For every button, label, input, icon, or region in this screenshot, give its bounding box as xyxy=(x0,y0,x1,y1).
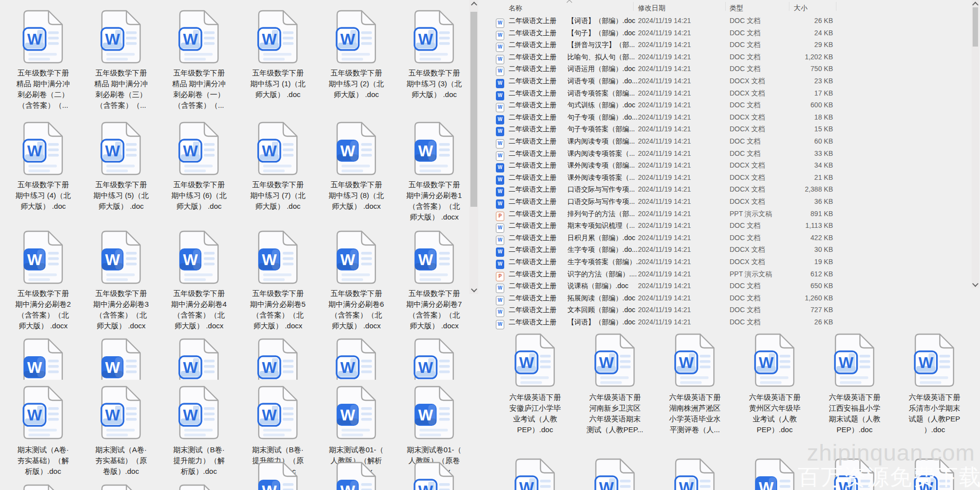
file-row[interactable]: W二年级语文上册期末专项知识梳理（...2024/11/19 14:21DOC … xyxy=(492,220,865,232)
file-row[interactable]: W二年级语文上册比喻句、拟人句（部...2024/11/19 14:21DOC … xyxy=(492,51,865,63)
word-doc-icon: W xyxy=(257,10,298,64)
column-header-type[interactable]: 类型 xyxy=(730,4,743,13)
word-docx-icon-partial[interactable]: W xyxy=(257,462,298,490)
column-header-name[interactable]: 名称 xyxy=(509,4,522,13)
file-name-prefix: 二年级语文上册 xyxy=(509,256,566,268)
file-name-label: 期末测试（A卷·夯实基础）（解析版）.doc xyxy=(4,444,82,477)
file-row[interactable]: W二年级语文上册生字专项（部编）.do...2024/11/19 14:21DO… xyxy=(492,244,865,256)
file-size: 750 KB xyxy=(764,63,833,75)
file-type: DOCX 文档 xyxy=(730,256,765,268)
word-doc-icon: W xyxy=(514,333,556,387)
word-doc-icon-partial[interactable]: W xyxy=(336,338,377,380)
file-row[interactable]: W二年级语文上册口语交际与写作专项...2024/11/19 14:21DOCX… xyxy=(492,183,865,196)
word-docx-icon-partial[interactable]: W xyxy=(336,462,377,490)
word-docx-icon: W xyxy=(336,386,377,440)
word-docx-icon-partial[interactable]: W xyxy=(100,338,142,380)
header-separator[interactable] xyxy=(725,2,726,11)
word-docx-icon: W xyxy=(414,230,455,284)
word-doc-icon-partial[interactable]: W xyxy=(257,338,298,380)
list-pane-scrollbar[interactable] xyxy=(972,0,979,288)
word-doc-icon-partial[interactable]: W xyxy=(23,484,64,490)
file-row[interactable]: W二年级语文上册说课稿（部编）.doc2024/11/19 14:21DOC 文… xyxy=(492,280,865,292)
file-row[interactable]: W二年级语文上册词语运用（部编）.doc2024/11/19 14:21DOC … xyxy=(492,63,865,75)
header-separator[interactable] xyxy=(836,2,836,11)
file-name-prefix: 二年级语文上册 xyxy=(509,27,566,39)
svg-text:W: W xyxy=(183,406,198,424)
file-row[interactable]: W二年级语文上册课内阅读专项答案（...2024/11/19 14:21DOC … xyxy=(492,147,865,160)
file-name-label: 五年级数学下册期中满分必刷卷3（含答案）（北师大版） .docx xyxy=(82,288,160,331)
file-name-label: 六年级英语下册安徽庐江小学毕业考试（人教PEP）.doc xyxy=(496,392,574,435)
file-date-modified: 2024/11/19 14:21 xyxy=(638,159,691,172)
scroll-up-arrow-icon[interactable] xyxy=(469,0,478,8)
watermark-slogan: 百万资源免费下载 xyxy=(798,463,980,490)
file-row[interactable]: W二年级语文上册词语专项（部编）.do...2024/11/19 14:21DO… xyxy=(492,75,865,87)
file-name-title: 生字专项（部编）.do... xyxy=(567,244,647,256)
file-name-title: 口语交际与写作专项... xyxy=(567,196,647,208)
file-row[interactable]: W二年级语文上册生字专项答案（部编）...2024/11/19 14:21DOC… xyxy=(492,256,865,268)
file-manager-composite: W五年级数学下册精品 期中满分冲刺必刷卷（二）（含答案）（...W五年级数学下册… xyxy=(0,0,980,490)
word-doc-icon: W xyxy=(674,333,715,387)
word-doc-icon-partial[interactable]: W xyxy=(414,338,455,380)
header-separator[interactable] xyxy=(789,2,789,11)
word-doc-icon-partial[interactable]: W xyxy=(414,462,455,490)
file-row[interactable]: P二年级语文上册排列句子的方法（部...2024/11/19 14:21PPT … xyxy=(492,208,865,220)
file-row[interactable]: W二年级语文上册拓展阅读（部编）.doc2024/11/19 14:21DOC … xyxy=(492,292,865,304)
word-doc-icon-partial[interactable]: W xyxy=(594,458,636,490)
file-row[interactable]: W二年级语文上册课外阅读专项（部编...2024/11/19 14:21DOCX… xyxy=(492,159,865,172)
word-doc-icon-partial[interactable]: W xyxy=(674,458,715,490)
file-date-modified: 2024/11/19 14:21 xyxy=(638,256,691,268)
scroll-down-arrow-icon[interactable] xyxy=(972,280,979,288)
file-row[interactable]: W二年级语文上册句式训练（部编）.doc2024/11/19 14:21DOC … xyxy=(492,99,865,111)
file-name-title: 说课稿（部编）.doc xyxy=(567,280,647,292)
word-doc-icon-partial[interactable]: W xyxy=(178,484,220,490)
file-type: DOCX 文档 xyxy=(730,159,765,172)
file-row[interactable]: W二年级语文上册口语交际与写作专项...2024/11/19 14:21DOCX… xyxy=(492,196,865,208)
header-separator[interactable] xyxy=(633,2,634,11)
word-docx-icon-partial[interactable]: W xyxy=(23,338,64,380)
file-row[interactable]: W二年级语文上册文本回顾（部编）.doc2024/11/19 14:21DOC … xyxy=(492,304,865,316)
file-row[interactable]: W二年级语文上册日积月累（部编）.doc2024/11/19 14:21DOC … xyxy=(492,232,865,244)
svg-text:W: W xyxy=(262,30,277,48)
file-type: DOC 文档 xyxy=(730,232,760,244)
word-docx-icon-partial[interactable]: W xyxy=(754,458,795,490)
svg-text:W: W xyxy=(183,30,198,48)
scrollbar-thumb[interactable] xyxy=(470,12,477,207)
file-row[interactable]: W二年级语文上册词语专项答案（部编...2024/11/19 14:21DOCX… xyxy=(492,87,865,99)
file-name-prefix: 二年级语文上册 xyxy=(509,135,566,147)
file-name-label: 期末测试（B卷·提升能力）（解析版）.doc xyxy=(160,444,238,477)
scrollbar-thumb[interactable] xyxy=(973,7,978,47)
file-size: 891 KB xyxy=(764,208,833,220)
column-header-date-modified[interactable]: 修改日期 xyxy=(638,4,665,13)
file-name-label: 五年级数学下册期中练习 (1)（北师大版） .doc xyxy=(239,68,317,100)
word-doc-icon: W xyxy=(336,10,377,64)
file-row[interactable]: W二年级语文上册句子专项（部编）.do...2024/11/19 14:21DO… xyxy=(492,111,865,123)
file-row[interactable]: W二年级语文上册课外阅读专项答案（...2024/11/19 14:21DOCX… xyxy=(492,172,865,184)
word-doc-icon-partial[interactable]: W xyxy=(100,484,142,490)
word-doc-icon-partial[interactable]: W xyxy=(178,338,220,380)
file-name-title: 比喻句、拟人句（部... xyxy=(567,51,647,63)
file-type: DOC 文档 xyxy=(730,39,760,51)
file-type: DOC 文档 xyxy=(730,27,760,39)
column-header-size[interactable]: 大小 xyxy=(794,4,808,13)
file-row[interactable]: W二年级语文上册【句子】（部编）.doc2024/11/19 14:21DOC … xyxy=(492,27,865,39)
file-name-title: 识字的方法（部编）.... xyxy=(567,268,647,280)
file-size: 600 KB xyxy=(764,99,833,111)
file-row[interactable]: W二年级语文上册句子专项答案（部编...2024/11/19 14:21DOCX… xyxy=(492,123,865,135)
svg-text:W: W xyxy=(262,142,277,160)
svg-text:W: W xyxy=(340,142,355,160)
file-row[interactable]: W二年级语文上册【词语】（部编）.doc2024/11/19 14:21DOC … xyxy=(492,316,865,328)
file-row[interactable]: W二年级语文上册课内阅读专项（部编...2024/11/19 14:21DOC … xyxy=(492,135,865,147)
file-size: 650 KB xyxy=(764,280,833,292)
file-size: 18 KB xyxy=(764,111,833,123)
file-row[interactable]: W二年级语文上册【词语】（部编）.doc2024/11/19 14:21DOC … xyxy=(492,15,865,27)
file-row[interactable]: P二年级语文上册识字的方法（部编）....2024/11/19 14:21PPT… xyxy=(492,268,865,280)
left-pane-scrollbar[interactable] xyxy=(469,0,478,294)
file-name-prefix: 二年级语文上册 xyxy=(509,123,566,135)
file-row[interactable]: W二年级语文上册【拼音与汉字】（部...2024/11/19 14:21DOC … xyxy=(492,39,865,51)
file-type: DOC 文档 xyxy=(730,220,760,232)
file-name-prefix: 二年级语文上册 xyxy=(509,292,566,304)
scroll-up-arrow-icon[interactable] xyxy=(972,0,979,8)
scroll-down-arrow-icon[interactable] xyxy=(469,286,478,294)
word-doc-icon-partial[interactable]: W xyxy=(514,458,556,490)
file-size: 2,388 KB xyxy=(764,183,833,196)
